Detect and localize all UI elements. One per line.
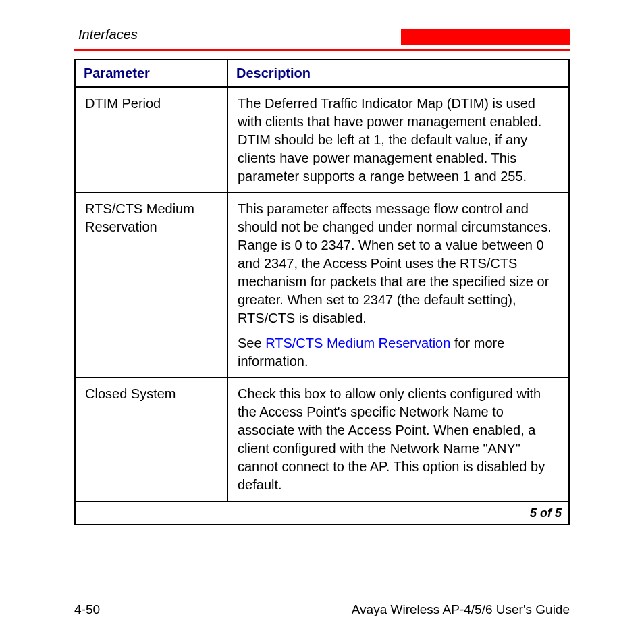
param-description: This parameter affects message flow cont… <box>227 193 569 378</box>
table-row: DTIM Period The Deferred Traffic Indicat… <box>75 87 569 193</box>
param-description: The Deferred Traffic Indicator Map (DTIM… <box>227 87 569 193</box>
param-name: Closed System <box>75 378 227 502</box>
rts-cts-link[interactable]: RTS/CTS Medium Reservation <box>265 336 450 350</box>
table-pager: 5 of 5 <box>75 502 569 525</box>
param-description-extra: See RTS/CTS Medium Reservation for more … <box>238 334 559 371</box>
doc-title: Avaya Wireless AP-4/5/6 User's Guide <box>352 602 570 617</box>
param-name: DTIM Period <box>75 87 227 193</box>
parameters-table: Parameter Description DTIM Period The De… <box>74 59 570 525</box>
table-row: RTS/CTS Medium Reservation This paramete… <box>75 193 569 378</box>
header-divider <box>74 49 570 51</box>
header-accent-block <box>401 29 570 45</box>
page-header: Interfaces <box>74 27 570 45</box>
page-number: 4-50 <box>74 602 100 617</box>
column-header-parameter: Parameter <box>75 59 227 87</box>
document-page: Interfaces Parameter Description DTIM Pe… <box>0 0 644 644</box>
column-header-description: Description <box>227 59 569 87</box>
table-pager-row: 5 of 5 <box>75 502 569 525</box>
section-title: Interfaces <box>74 27 138 45</box>
table-header-row: Parameter Description <box>75 59 569 87</box>
param-description: Check this box to allow only clients con… <box>227 378 569 502</box>
table-row: Closed System Check this box to allow on… <box>75 378 569 502</box>
param-name: RTS/CTS Medium Reservation <box>75 193 227 378</box>
page-footer: 4-50 Avaya Wireless AP-4/5/6 User's Guid… <box>74 602 570 617</box>
